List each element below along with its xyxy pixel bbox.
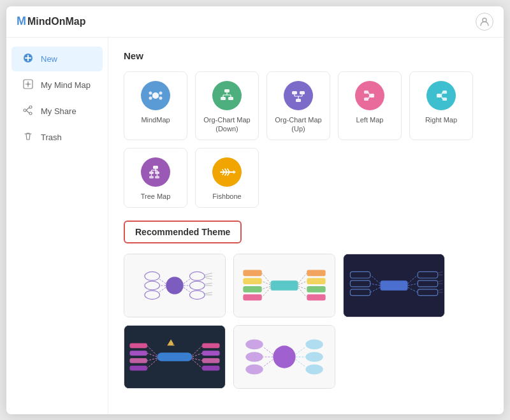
svg-point-10 (149, 91, 152, 94)
app-window: M MindOnMap New (6, 6, 504, 414)
left-map-label: Left Map (356, 115, 384, 124)
user-avatar-button[interactable] (476, 13, 493, 31)
svg-rect-25 (296, 99, 301, 102)
svg-rect-126 (129, 351, 147, 356)
sidebar-item-new[interactable]: New (11, 47, 103, 71)
svg-line-7 (26, 107, 29, 110)
theme-card-4[interactable]: ! (124, 325, 226, 389)
org-chart-up-label: Org-Chart Map (Up) (272, 115, 324, 134)
svg-line-41 (441, 96, 442, 99)
svg-rect-27 (300, 91, 305, 94)
svg-rect-86 (243, 279, 261, 285)
svg-rect-39 (442, 98, 447, 101)
svg-rect-33 (364, 91, 368, 94)
svg-line-40 (441, 92, 442, 96)
svg-line-36 (368, 96, 370, 99)
svg-rect-44 (155, 171, 159, 174)
svg-rect-45 (149, 176, 154, 178)
sidebar-item-my-share[interactable]: My Share (11, 99, 103, 124)
svg-rect-102 (380, 281, 407, 291)
svg-point-148 (305, 365, 323, 375)
svg-text:!: ! (173, 341, 175, 347)
org-chart-down-icon (212, 81, 242, 110)
map-type-grid: MindMap O (124, 71, 488, 208)
map-card-fishbone[interactable]: Fishbone (195, 148, 259, 208)
map-card-org-chart-up[interactable]: Org-Chart Map (Up) (266, 71, 330, 141)
fishbone-icon (212, 157, 242, 187)
right-map-label: Right Map (425, 115, 457, 124)
svg-rect-128 (129, 366, 147, 371)
theme-card-1[interactable] (124, 254, 226, 317)
svg-point-9 (152, 92, 159, 99)
svg-rect-88 (243, 294, 261, 301)
theme-grid: ! (124, 254, 488, 389)
svg-rect-125 (129, 344, 147, 349)
svg-point-4 (29, 106, 32, 108)
svg-rect-90 (307, 279, 325, 285)
svg-rect-32 (370, 94, 374, 98)
sidebar-item-trash-label: Trash (41, 133, 62, 142)
svg-rect-132 (202, 366, 219, 371)
sidebar: New My Mind Map (6, 38, 108, 414)
app-logo: M MindOnMap (17, 15, 86, 28)
sidebar-item-my-mind-map-label: My Mind Map (41, 80, 91, 90)
svg-marker-61 (233, 170, 236, 174)
map-card-tree-map[interactable]: Tree Map (124, 148, 187, 208)
map-card-mindmap[interactable]: MindMap (124, 71, 187, 141)
svg-point-11 (149, 96, 152, 99)
org-chart-up-icon (284, 81, 313, 110)
share-icon (22, 105, 34, 117)
tree-map-icon (141, 157, 170, 187)
theme-card-5[interactable] (233, 325, 335, 389)
fishbone-label: Fishbone (212, 192, 241, 201)
sidebar-item-new-label: New (41, 54, 57, 64)
svg-rect-91 (307, 286, 325, 293)
svg-point-147 (305, 352, 323, 363)
sidebar-item-trash[interactable]: Trash (11, 125, 103, 150)
sidebar-item-my-share-label: My Share (41, 106, 76, 116)
svg-rect-43 (149, 171, 154, 174)
svg-point-145 (245, 365, 263, 375)
mindmap-label: MindMap (141, 115, 170, 124)
svg-point-63 (166, 277, 183, 294)
new-section-title: New (124, 50, 488, 61)
svg-point-13 (159, 96, 163, 99)
main-layout: New My Mind Map (6, 38, 504, 414)
svg-rect-89 (307, 270, 325, 277)
svg-rect-20 (228, 97, 233, 100)
titlebar: M MindOnMap (6, 6, 504, 38)
org-chart-down-label: Org-Chart Map (Down) (201, 115, 253, 134)
left-map-icon (355, 81, 384, 110)
logo-letter: M (17, 15, 26, 28)
svg-rect-122 (157, 353, 193, 362)
svg-rect-18 (224, 89, 229, 92)
svg-rect-85 (243, 270, 261, 277)
svg-line-8 (26, 110, 29, 113)
svg-rect-129 (202, 344, 219, 349)
svg-point-5 (29, 112, 32, 115)
svg-point-144 (245, 352, 263, 363)
map-card-left-map[interactable]: Left Map (338, 71, 402, 141)
theme-card-3[interactable] (343, 254, 445, 317)
trash-icon (22, 131, 34, 143)
svg-line-35 (368, 92, 370, 96)
svg-rect-87 (243, 286, 261, 293)
svg-rect-130 (202, 351, 219, 356)
tree-map-label: Tree Map (141, 192, 171, 201)
svg-rect-92 (307, 294, 325, 301)
content-area: New (108, 38, 504, 414)
svg-rect-46 (155, 176, 159, 178)
svg-rect-38 (442, 91, 447, 94)
right-map-icon (426, 81, 456, 110)
recommended-theme-header: Recommended Theme (124, 221, 242, 243)
sidebar-item-my-mind-map[interactable]: My Mind Map (11, 73, 103, 98)
map-card-org-chart-down[interactable]: Org-Chart Map (Down) (195, 71, 259, 141)
svg-rect-19 (221, 97, 226, 100)
svg-point-3 (27, 83, 29, 85)
recommended-theme-label: Recommended Theme (135, 227, 230, 237)
svg-point-12 (159, 91, 163, 94)
svg-rect-84 (270, 281, 298, 291)
svg-point-143 (245, 340, 263, 350)
map-card-right-map[interactable]: Right Map (409, 71, 473, 141)
theme-card-2[interactable] (233, 254, 335, 317)
